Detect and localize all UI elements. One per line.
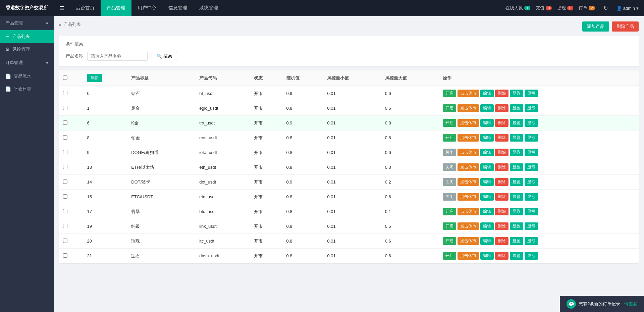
show-loss-button[interactable]: 显亏 — [525, 104, 538, 112]
show-profit-button[interactable]: 显盈 — [510, 104, 523, 112]
nav-user-center[interactable]: 用户中心 — [131, 0, 162, 16]
show-loss-button[interactable]: 显亏 — [525, 208, 538, 215]
click-market-button[interactable]: 点击休市 — [458, 149, 479, 156]
delete-button[interactable]: 删除 — [495, 208, 508, 215]
edit-button[interactable]: 编辑 — [480, 178, 494, 186]
sidebar-group-order[interactable]: 订单管理 ▾ — [0, 56, 54, 70]
open-close-button[interactable]: 关闭 — [443, 178, 456, 186]
show-profit-button[interactable]: 显盈 — [510, 237, 523, 245]
delete-button[interactable]: 删除 — [495, 252, 508, 260]
click-market-button[interactable]: 点击休市 — [458, 178, 479, 186]
show-profit-button[interactable]: 显盈 — [510, 252, 523, 260]
show-profit-button[interactable]: 显盈 — [510, 149, 523, 156]
show-loss-button[interactable]: 显亏 — [525, 193, 538, 201]
show-loss-button[interactable]: 显亏 — [525, 237, 538, 245]
click-market-button[interactable]: 点击休市 — [458, 134, 479, 142]
show-loss-button[interactable]: 显亏 — [525, 252, 538, 260]
delete-button[interactable]: 删除 — [495, 90, 508, 97]
delete-button[interactable]: 删除 — [495, 222, 508, 230]
sidebar-group-product[interactable]: 产品管理 ▾ — [0, 16, 54, 30]
open-close-button[interactable]: 开启 — [443, 208, 456, 215]
edit-button[interactable]: 编辑 — [480, 252, 494, 260]
sidebar-item-trade-flow[interactable]: 📄 交易流水 — [0, 70, 54, 83]
edit-button[interactable]: 编辑 — [480, 104, 494, 112]
click-market-button[interactable]: 点击休市 — [458, 222, 479, 230]
click-market-button[interactable]: 点击休市 — [458, 90, 479, 97]
edit-button[interactable]: 编辑 — [480, 163, 494, 171]
refresh-icon[interactable]: ↻ — [600, 3, 611, 13]
show-loss-button[interactable]: 显亏 — [525, 222, 538, 230]
edit-button[interactable]: 编辑 — [480, 90, 494, 97]
click-market-button[interactable]: 点击休市 — [458, 237, 479, 245]
open-close-button[interactable]: 开启 — [443, 252, 456, 260]
edit-button[interactable]: 编辑 — [480, 222, 494, 230]
open-close-button[interactable]: 开启 — [443, 119, 456, 127]
sidebar-item-risk-control[interactable]: ⚙ 风控管理 — [0, 43, 54, 56]
nav-info-management[interactable]: 信息管理 — [162, 0, 193, 16]
open-close-button[interactable]: 开启 — [443, 104, 456, 112]
show-profit-button[interactable]: 显盈 — [510, 119, 523, 127]
row-select-checkbox[interactable] — [63, 150, 67, 154]
select-all-checkbox[interactable] — [63, 75, 67, 80]
edit-button[interactable]: 编辑 — [480, 193, 494, 201]
delete-product-button[interactable]: 删除产品 — [612, 21, 639, 32]
open-close-button[interactable]: 开启 — [443, 237, 456, 245]
click-market-button[interactable]: 点击休市 — [458, 208, 479, 215]
row-select-checkbox[interactable] — [63, 165, 67, 169]
open-close-button[interactable]: 开启 — [443, 222, 456, 230]
delete-button[interactable]: 删除 — [495, 237, 508, 245]
row-select-checkbox[interactable] — [63, 253, 67, 258]
notification-link[interactable]: 请查看 — [624, 301, 637, 307]
row-select-checkbox[interactable] — [63, 91, 67, 95]
show-profit-button[interactable]: 显盈 — [510, 163, 523, 171]
edit-button[interactable]: 编辑 — [480, 134, 494, 142]
show-profit-button[interactable]: 显盈 — [510, 222, 523, 230]
row-select-checkbox[interactable] — [63, 106, 67, 110]
click-market-button[interactable]: 点击休市 — [458, 104, 479, 112]
open-close-button[interactable]: 开启 — [443, 134, 456, 142]
open-close-button[interactable]: 开启 — [443, 90, 456, 97]
menu-toggle[interactable]: ☰ — [54, 0, 70, 16]
show-loss-button[interactable]: 显亏 — [525, 119, 538, 127]
nav-product-management[interactable]: 产品管理 — [101, 0, 131, 16]
sidebar-item-close-log[interactable]: 📄 平仓日志 — [0, 83, 54, 95]
edit-button[interactable]: 编辑 — [480, 237, 494, 245]
row-select-checkbox[interactable] — [63, 239, 67, 243]
show-loss-button[interactable]: 显亏 — [525, 90, 538, 97]
delete-button[interactable]: 删除 — [495, 134, 508, 142]
show-loss-button[interactable]: 显亏 — [525, 163, 538, 171]
show-profit-button[interactable]: 显盈 — [510, 193, 523, 201]
edit-button[interactable]: 编辑 — [480, 208, 494, 215]
recharge-count[interactable]: 充值 0 — [536, 5, 552, 11]
admin-menu[interactable]: 👤 admin ▾ — [616, 6, 639, 11]
click-market-button[interactable]: 点击休市 — [458, 163, 479, 171]
delete-button[interactable]: 删除 — [495, 193, 508, 201]
edit-button[interactable]: 编辑 — [480, 149, 494, 156]
show-profit-button[interactable]: 显盈 — [510, 208, 523, 215]
withdraw-count[interactable]: 提现 0 — [557, 5, 573, 11]
show-profit-button[interactable]: 显盈 — [510, 178, 523, 186]
show-loss-button[interactable]: 显亏 — [525, 149, 538, 156]
delete-button[interactable]: 删除 — [495, 163, 508, 171]
click-market-button[interactable]: 点击休市 — [458, 252, 479, 260]
row-select-checkbox[interactable] — [63, 179, 67, 184]
delete-button[interactable]: 删除 — [495, 178, 508, 186]
nav-dashboard[interactable]: 后台首页 — [70, 0, 101, 16]
search-input[interactable] — [87, 52, 148, 61]
show-profit-button[interactable]: 显盈 — [510, 134, 523, 142]
add-product-button[interactable]: 添加产品 — [582, 21, 609, 32]
row-select-checkbox[interactable] — [63, 120, 67, 125]
nav-system-management[interactable]: 系统管理 — [193, 0, 224, 16]
open-close-button[interactable]: 关闭 — [443, 149, 456, 156]
search-button[interactable]: 🔍 搜索 — [152, 51, 177, 61]
show-loss-button[interactable]: 显亏 — [525, 134, 538, 142]
show-loss-button[interactable]: 显亏 — [525, 178, 538, 186]
click-market-button[interactable]: 点击休市 — [458, 119, 479, 127]
delete-button[interactable]: 删除 — [495, 119, 508, 127]
row-select-checkbox[interactable] — [63, 209, 67, 213]
edit-button[interactable]: 编辑 — [480, 119, 494, 127]
row-select-checkbox[interactable] — [63, 224, 67, 228]
row-select-checkbox[interactable] — [63, 194, 67, 199]
click-market-button[interactable]: 点击休市 — [458, 193, 479, 201]
order-count[interactable]: 订单 2 — [579, 5, 595, 11]
